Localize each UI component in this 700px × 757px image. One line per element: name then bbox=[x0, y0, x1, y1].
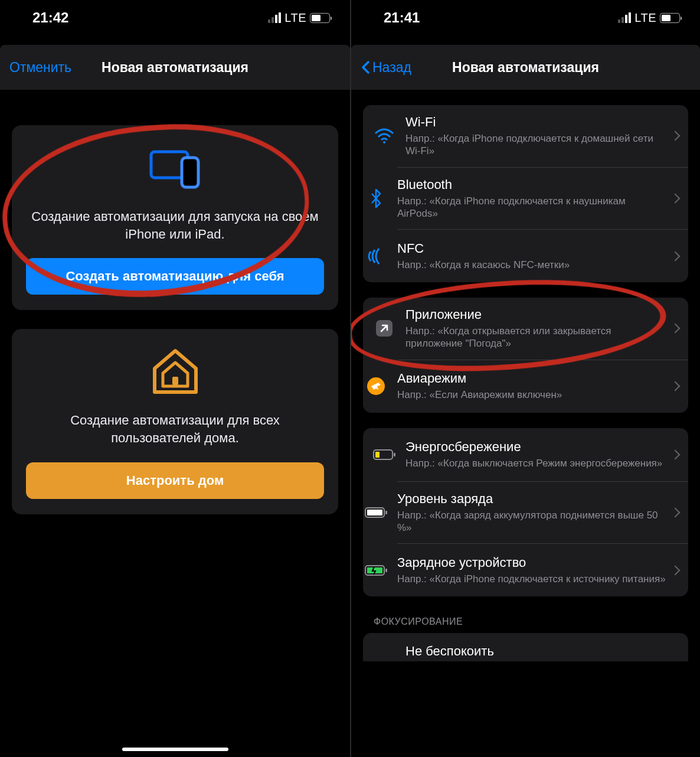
charger-icon bbox=[363, 565, 389, 576]
chevron-right-icon bbox=[670, 193, 681, 203]
row-title: Авиарежим bbox=[397, 371, 666, 386]
trigger-bluetooth[interactable]: Bluetooth Напр.: «Когда iPhone подключае… bbox=[397, 167, 688, 230]
nav-bar: Назад Новая автоматизация bbox=[351, 45, 700, 90]
screenshot-right: 21:41 LTE Назад Новая автоматизация Wi-F… bbox=[350, 0, 700, 757]
airplane-icon bbox=[363, 377, 389, 396]
row-sub: Напр.: «Когда я касаюсь NFC-метки» bbox=[397, 259, 666, 271]
chevron-left-icon bbox=[361, 60, 370, 74]
screenshot-left: 21:42 LTE Отменить Новая автоматизация С… bbox=[0, 0, 350, 757]
chevron-right-icon bbox=[670, 565, 681, 575]
battery-icon bbox=[660, 13, 680, 23]
chevron-right-icon bbox=[670, 449, 681, 459]
app-icon bbox=[371, 319, 397, 338]
row-title: Приложение bbox=[405, 307, 666, 322]
devices-icon bbox=[26, 141, 324, 197]
chevron-right-icon bbox=[670, 324, 681, 334]
status-network: LTE bbox=[634, 11, 656, 25]
chevron-right-icon bbox=[670, 381, 681, 391]
status-bar: 21:42 LTE bbox=[0, 0, 350, 35]
svg-rect-13 bbox=[385, 569, 387, 572]
trigger-dnd-partial[interactable]: Не беспокоить bbox=[363, 633, 688, 661]
personal-desc: Создание автоматизации для запуска на св… bbox=[26, 208, 324, 243]
row-sub: Напр.: «Когда заряд аккумулятора подниме… bbox=[397, 509, 666, 534]
back-label: Назад bbox=[372, 60, 411, 76]
row-sub: Напр.: «Когда открывается или закрываетс… bbox=[405, 325, 666, 350]
svg-rect-1 bbox=[182, 158, 198, 187]
create-personal-button[interactable]: Создать автоматизацию для себя bbox=[26, 258, 324, 295]
nav-title: Новая автоматизация bbox=[102, 60, 248, 76]
svg-rect-11 bbox=[367, 510, 382, 515]
svg-rect-7 bbox=[394, 453, 395, 456]
chevron-right-icon bbox=[670, 251, 681, 261]
row-title: Зарядное устройство bbox=[397, 555, 666, 570]
row-title: Энергосбережение bbox=[405, 439, 666, 455]
status-bar: 21:41 LTE bbox=[351, 0, 700, 35]
row-title: Bluetooth bbox=[397, 177, 666, 192]
chevron-right-icon bbox=[670, 131, 681, 141]
trigger-charger[interactable]: Зарядное устройство Напр.: «Когда iPhone… bbox=[397, 543, 688, 596]
row-sub: Напр.: «Когда iPhone подключается к исто… bbox=[397, 573, 666, 585]
triggers-content: Wi-Fi Напр.: «Когда iPhone подключается … bbox=[351, 90, 700, 757]
battery-icon bbox=[310, 13, 330, 23]
trigger-wifi[interactable]: Wi-Fi Напр.: «Когда iPhone подключается … bbox=[363, 105, 688, 167]
svg-rect-10 bbox=[385, 511, 387, 514]
trigger-lowpower[interactable]: Энергосбережение Напр.: «Когда выключает… bbox=[363, 428, 688, 481]
row-title: Wi-Fi bbox=[405, 115, 666, 130]
section-header-focus: ФОКУСИРОВАНИЕ bbox=[374, 616, 688, 627]
nav-title: Новая автоматизация bbox=[452, 60, 599, 76]
trigger-nfc[interactable]: NFC Напр.: «Когда я касаюсь NFC-метки» bbox=[397, 229, 688, 282]
home-desc: Создание автоматизации для всех пользова… bbox=[26, 412, 324, 446]
row-sub: Напр.: «Когда iPhone подключается к науш… bbox=[397, 195, 666, 220]
signal-icon bbox=[268, 12, 281, 23]
configure-home-button[interactable]: Настроить дом bbox=[26, 462, 324, 499]
svg-point-3 bbox=[383, 141, 385, 143]
status-time: 21:42 bbox=[32, 9, 68, 26]
home-indicator bbox=[122, 748, 228, 751]
home-icon bbox=[26, 344, 324, 401]
battery-level-icon bbox=[363, 507, 389, 518]
trigger-batterylevel[interactable]: Уровень заряда Напр.: «Когда заряд аккум… bbox=[397, 481, 688, 544]
svg-rect-2 bbox=[172, 377, 178, 385]
bluetooth-icon bbox=[363, 189, 389, 208]
svg-rect-8 bbox=[375, 452, 380, 458]
nav-bar: Отменить Новая автоматизация bbox=[0, 45, 350, 90]
trigger-group-power: Энергосбережение Напр.: «Когда выключает… bbox=[363, 428, 688, 597]
row-title: Уровень заряда bbox=[397, 491, 666, 507]
low-power-icon bbox=[371, 449, 397, 461]
signal-icon bbox=[618, 12, 631, 23]
row-title: NFC bbox=[397, 241, 666, 256]
home-automation-card: Создание автоматизации для всех пользова… bbox=[12, 329, 338, 514]
row-sub: Напр.: «Если Авиарежим включен» bbox=[397, 389, 666, 401]
trigger-group-connectivity: Wi-Fi Напр.: «Когда iPhone подключается … bbox=[363, 105, 688, 282]
cancel-button[interactable]: Отменить bbox=[9, 60, 71, 76]
row-sub: Напр.: «Когда выключается Режим энергосб… bbox=[405, 457, 666, 469]
personal-automation-card: Создание автоматизации для запуска на св… bbox=[12, 125, 338, 310]
chevron-right-icon bbox=[670, 507, 681, 517]
trigger-group-app: Приложение Напр.: «Когда открывается или… bbox=[363, 298, 688, 413]
trigger-airplane[interactable]: Авиарежим Напр.: «Если Авиарежим включен… bbox=[397, 360, 688, 413]
status-network: LTE bbox=[284, 11, 306, 25]
wifi-icon bbox=[371, 128, 397, 143]
back-button[interactable]: Назад bbox=[361, 60, 411, 76]
status-time: 21:41 bbox=[384, 9, 420, 26]
nfc-icon bbox=[363, 248, 389, 265]
row-sub: Напр.: «Когда iPhone подключается к дома… bbox=[405, 132, 666, 158]
trigger-app[interactable]: Приложение Напр.: «Когда открывается или… bbox=[363, 298, 688, 360]
